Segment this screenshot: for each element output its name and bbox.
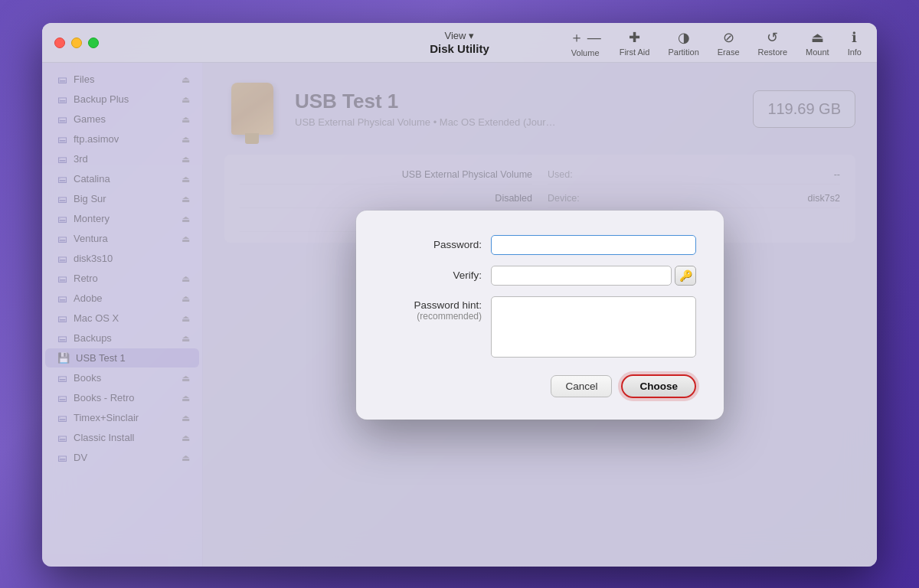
- toolbar-volume[interactable]: ＋ ― Volume: [570, 28, 601, 57]
- sidebar-item-adobe[interactable]: 🖴Adobe⏏: [45, 289, 199, 308]
- sidebar-item-label: DV: [74, 452, 87, 463]
- eject-icon[interactable]: ⏏: [182, 313, 190, 324]
- drive-icon: 💾: [57, 352, 70, 364]
- modal-buttons: Cancel Choose: [384, 374, 696, 398]
- eject-icon[interactable]: ⏏: [182, 174, 190, 185]
- sidebar-item-big-sur[interactable]: 🖴Big Sur⏏: [45, 189, 199, 208]
- eject-icon[interactable]: ⏏: [182, 94, 190, 105]
- drive-icon: 🖴: [57, 392, 67, 403]
- key-button[interactable]: 🔑: [675, 266, 696, 286]
- eject-icon[interactable]: ⏏: [182, 433, 190, 443]
- drive-icon: 🖴: [57, 233, 67, 244]
- hint-row: Password hint: (recommended): [384, 296, 696, 358]
- mac-window: View ▾ Disk Utility ＋ ― Volume ✚ First A…: [42, 23, 877, 567]
- sidebar-item-label: Timex+Sinclair: [74, 412, 139, 423]
- sidebar-item-label: Books: [74, 372, 101, 384]
- drive-icon: 🖴: [57, 193, 67, 204]
- eject-icon[interactable]: ⏏: [182, 234, 190, 244]
- sidebar-item-label: Ventura: [74, 233, 108, 244]
- restore-label: Restore: [758, 47, 788, 57]
- toolbar-firstaid[interactable]: ✚ First Aid: [620, 29, 650, 57]
- restore-icon: ↺: [767, 29, 778, 46]
- sidebar-item-label: Games: [74, 113, 106, 125]
- toolbar-partition[interactable]: ◑ Partition: [668, 29, 698, 57]
- erase-icon: ⊘: [723, 29, 734, 46]
- drive-icon: 🖴: [57, 432, 67, 443]
- eject-icon[interactable]: ⏏: [182, 114, 190, 125]
- drive-icon: 🖴: [57, 74, 67, 85]
- view-button[interactable]: View ▾: [445, 30, 475, 41]
- toolbar-erase[interactable]: ⊘ Erase: [718, 29, 740, 57]
- eject-icon[interactable]: ⏏: [182, 273, 190, 284]
- sidebar-item-label: ftp.asimov: [74, 133, 119, 145]
- drive-icon: 🖴: [57, 292, 67, 304]
- choose-button[interactable]: Choose: [621, 374, 696, 398]
- eject-icon[interactable]: ⏏: [182, 293, 190, 304]
- eject-icon[interactable]: ⏏: [182, 373, 190, 384]
- eject-icon[interactable]: ⏏: [182, 452, 190, 463]
- sidebar-item-games[interactable]: 🖴Games⏏: [45, 109, 199, 129]
- sidebar-item-classic-install[interactable]: 🖴Classic Install⏏: [45, 428, 199, 447]
- main-content: 🖴Files⏏🖴Backup Plus⏏🖴Games⏏🖴ftp.asimov⏏🖴…: [42, 63, 877, 567]
- drive-icon: 🖴: [57, 412, 67, 423]
- sidebar-item-3rd[interactable]: 🖴3rd⏏: [45, 149, 199, 168]
- verify-label: Verify:: [384, 270, 491, 281]
- drive-icon: 🖴: [57, 253, 67, 264]
- eject-icon[interactable]: ⏏: [182, 154, 190, 165]
- sidebar-item-dv[interactable]: 🖴DV⏏: [45, 448, 199, 467]
- sidebar-item-ftp-asimov[interactable]: 🖴ftp.asimov⏏: [45, 129, 199, 149]
- sidebar-item-retro[interactable]: 🖴Retro⏏: [45, 269, 199, 288]
- drive-icon: 🖴: [57, 113, 67, 125]
- title-bar: View ▾ Disk Utility ＋ ― Volume ✚ First A…: [42, 23, 877, 63]
- drive-icon: 🖴: [57, 312, 67, 324]
- eject-icon[interactable]: ⏏: [182, 194, 190, 204]
- sidebar-item-books-retro[interactable]: 🖴Books - Retro⏏: [45, 388, 199, 407]
- traffic-lights: [54, 38, 99, 48]
- toolbar-mount[interactable]: ⏏ Mount: [806, 29, 829, 57]
- firstaid-icon: ✚: [629, 29, 640, 46]
- toolbar-restore[interactable]: ↺ Restore: [758, 29, 788, 57]
- modal-overlay: Password: Verify: 🔑 Pass: [203, 63, 877, 567]
- mount-icon: ⏏: [811, 29, 824, 46]
- eject-icon[interactable]: ⏏: [182, 413, 190, 423]
- verify-input[interactable]: [491, 266, 672, 286]
- sidebar-item-books[interactable]: 🖴Books⏏: [45, 368, 199, 387]
- sidebar-item-usb-test-1[interactable]: 💾USB Test 1: [45, 348, 199, 368]
- sidebar-item-timex-sinclair[interactable]: 🖴Timex+Sinclair⏏: [45, 408, 199, 427]
- sidebar-item-montery[interactable]: 🖴Montery⏏: [45, 209, 199, 228]
- sidebar-item-files[interactable]: 🖴Files⏏: [45, 70, 199, 89]
- sidebar-item-label: Retro: [74, 273, 98, 284]
- drive-icon: 🖴: [57, 153, 67, 165]
- drive-icon: 🖴: [57, 133, 67, 145]
- app-title: Disk Utility: [430, 42, 489, 55]
- eject-icon[interactable]: ⏏: [182, 333, 190, 344]
- sidebar-item-label: 3rd: [74, 153, 88, 165]
- cancel-button[interactable]: Cancel: [551, 375, 612, 397]
- toolbar: ＋ ― Volume ✚ First Aid ◑ Partition ⊘ Era…: [570, 28, 862, 57]
- toolbar-info[interactable]: ℹ Info: [848, 29, 862, 57]
- hint-sublabel: (recommended): [384, 311, 482, 322]
- eject-icon[interactable]: ⏏: [182, 134, 190, 145]
- sidebar-item-label: Files: [74, 74, 94, 85]
- password-input[interactable]: [491, 235, 696, 255]
- sidebar-item-catalina[interactable]: 🖴Catalina⏏: [45, 169, 199, 188]
- eject-icon[interactable]: ⏏: [182, 74, 190, 85]
- eject-icon[interactable]: ⏏: [182, 214, 190, 224]
- maximize-button[interactable]: [88, 38, 99, 48]
- verify-row: Verify: 🔑: [384, 266, 696, 286]
- close-button[interactable]: [54, 38, 65, 48]
- view-label: View: [445, 30, 466, 41]
- sidebar-item-disk3s10[interactable]: 🖴disk3s10: [45, 249, 199, 268]
- eject-icon[interactable]: ⏏: [182, 393, 190, 403]
- sidebar-item-ventura[interactable]: 🖴Ventura⏏: [45, 229, 199, 248]
- sidebar-item-backups[interactable]: 🖴Backups⏏: [45, 328, 199, 348]
- sidebar-item-backup-plus[interactable]: 🖴Backup Plus⏏: [45, 90, 199, 109]
- hint-textarea[interactable]: [491, 296, 696, 358]
- partition-label: Partition: [668, 47, 698, 57]
- drive-icon: 🖴: [57, 273, 67, 284]
- firstaid-label: First Aid: [620, 47, 650, 57]
- sidebar-item-mac-os-x[interactable]: 🖴Mac OS X⏏: [45, 309, 199, 328]
- drive-icon: 🖴: [57, 173, 67, 185]
- sidebar-item-label: Montery: [74, 213, 110, 224]
- minimize-button[interactable]: [71, 38, 82, 48]
